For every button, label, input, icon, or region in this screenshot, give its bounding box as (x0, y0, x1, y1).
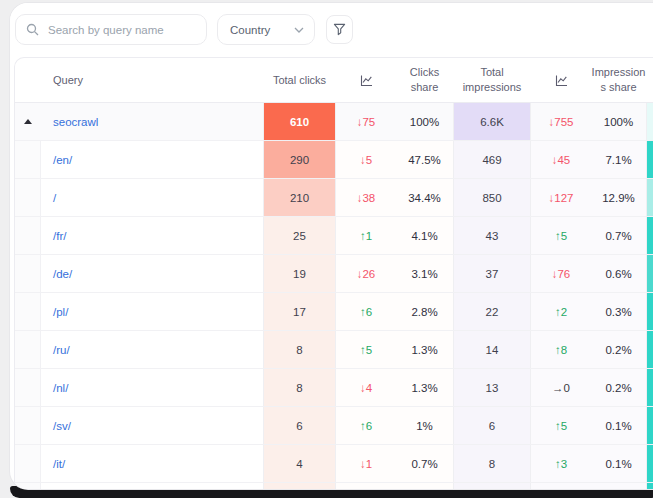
clicks-trend-cell: ↓38 (336, 179, 396, 216)
expander-cell[interactable] (15, 407, 41, 444)
position-heat-cell (646, 407, 653, 444)
query-cell: /en/seo-dashboard/ (41, 483, 263, 489)
query-link[interactable]: / (53, 192, 56, 204)
impressions-share-cell: 12.9% (591, 179, 646, 216)
query-header: Query (41, 58, 263, 102)
total-clicks-header: Total clicks (263, 58, 336, 102)
clicks-share-cell: 1.3% (396, 369, 453, 406)
clicks-share-cell: 34.4% (396, 179, 453, 216)
query-link[interactable]: /en/ (53, 154, 72, 166)
position-heat-cell (646, 369, 653, 406)
table-row: /en/seo-dashboard/ 3 ↓4 0.5% 454 ↑7 6.9% (15, 483, 653, 489)
clicks-trend-cell: ↓4 (336, 369, 396, 406)
total-impressions-cell: 850 (453, 179, 531, 216)
collapse-arrow-icon[interactable] (24, 119, 32, 124)
expander-header-cell (15, 58, 41, 102)
total-clicks-cell: 610 (263, 103, 336, 140)
queries-table: Query Total clicks Clicks share Total im… (14, 57, 653, 489)
impressions-share-cell: 0.2% (591, 369, 646, 406)
total-impressions-cell: 6 (453, 407, 531, 444)
table-row: /fr/ 25 ↑1 4.1% 43 ↑5 0.7% (15, 217, 653, 255)
query-link[interactable]: seocrawl (53, 116, 98, 128)
impressions-trend-cell: ↑8 (531, 331, 591, 368)
query-cell: /fr/ (41, 217, 263, 254)
expander-cell[interactable] (15, 141, 41, 178)
impressions-share-header: Impression s share (591, 58, 646, 102)
chevron-down-icon (294, 27, 304, 33)
position-heat-cell (646, 255, 653, 292)
query-link[interactable]: /pl/ (53, 306, 68, 318)
expander-cell[interactable] (15, 255, 41, 292)
search-box[interactable] (15, 14, 207, 45)
impressions-share-cell: 0.7% (591, 217, 646, 254)
impressions-trend-cell: ↓76 (531, 255, 591, 292)
query-cell: /nl/ (41, 369, 263, 406)
query-link[interactable]: /nl/ (53, 382, 68, 394)
query-link[interactable]: /it/ (53, 458, 65, 470)
filter-button[interactable] (326, 15, 353, 44)
clicks-share-cell: 47.5% (396, 141, 453, 178)
total-impressions-cell: 454 (453, 483, 531, 489)
country-select[interactable]: Country (217, 14, 315, 45)
clicks-trend-cell: ↑1 (336, 217, 396, 254)
impressions-share-cell: 0.2% (591, 331, 646, 368)
total-impressions-cell: 13 (453, 369, 531, 406)
query-link[interactable]: /ru/ (53, 344, 70, 356)
position-heat-cell (646, 445, 653, 482)
search-input[interactable] (46, 23, 196, 37)
query-link[interactable]: /sv/ (53, 420, 71, 432)
query-cell: /sv/ (41, 407, 263, 444)
table-row: /it/ 4 ↓1 0.7% 8 ↑3 0.1% (15, 445, 653, 483)
impressions-trend-cell: ↑5 (531, 407, 591, 444)
clicks-trend-chart-icon (336, 58, 396, 102)
impressions-trend-chart-icon (531, 58, 591, 102)
total-clicks-cell: 17 (263, 293, 336, 330)
expander-cell[interactable] (15, 331, 41, 368)
query-cell: /en/ (41, 141, 263, 178)
total-clicks-cell: 4 (263, 445, 336, 482)
total-impressions-cell: 22 (453, 293, 531, 330)
position-heat-cell (646, 483, 653, 489)
table-row: /en/ 290 ↓5 47.5% 469 ↓45 7.1% (15, 141, 653, 179)
position-heat-cell (646, 141, 653, 178)
expander-cell[interactable] (15, 103, 41, 140)
total-impressions-cell: 8 (453, 445, 531, 482)
table-row: seocrawl 610 ↓75 100% 6.6K ↓755 100% (15, 103, 653, 141)
query-cell: /it/ (41, 445, 263, 482)
table-row: / 210 ↓38 34.4% 850 ↓127 12.9% (15, 179, 653, 217)
query-cell: /pl/ (41, 293, 263, 330)
expander-cell[interactable] (15, 293, 41, 330)
country-select-label: Country (230, 24, 270, 36)
clicks-share-cell: 2.8% (396, 293, 453, 330)
query-link[interactable]: /de/ (53, 268, 72, 280)
impressions-share-cell: 7.1% (591, 141, 646, 178)
impressions-share-cell: 0.1% (591, 445, 646, 482)
impressions-trend-cell: ↓127 (531, 179, 591, 216)
total-clicks-cell: 25 (263, 217, 336, 254)
impressions-share-cell: 6.9% (591, 483, 646, 489)
clicks-share-cell: 0.5% (396, 483, 453, 489)
total-clicks-cell: 8 (263, 331, 336, 368)
table-row: /ru/ 8 ↑5 1.3% 14 ↑8 0.2% (15, 331, 653, 369)
clicks-share-cell: 3.1% (396, 255, 453, 292)
total-clicks-cell: 8 (263, 369, 336, 406)
expander-cell[interactable] (15, 217, 41, 254)
clicks-trend-cell: ↓4 (336, 483, 396, 489)
total-clicks-cell: 3 (263, 483, 336, 489)
search-icon (26, 23, 39, 36)
clicks-share-cell: 1% (396, 407, 453, 444)
table-row: /de/ 19 ↓26 3.1% 37 ↓76 0.6% (15, 255, 653, 293)
clicks-share-cell: 4.1% (396, 217, 453, 254)
clicks-trend-cell: ↓1 (336, 445, 396, 482)
impressions-trend-cell: →0 (531, 369, 591, 406)
position-heat-cell (646, 103, 653, 140)
expander-cell[interactable] (15, 445, 41, 482)
query-cell: /ru/ (41, 331, 263, 368)
query-link[interactable]: /fr/ (53, 230, 66, 242)
query-cell: / (41, 179, 263, 216)
expander-cell[interactable] (15, 369, 41, 406)
table-row: /nl/ 8 ↓4 1.3% 13 →0 0.2% (15, 369, 653, 407)
expander-cell[interactable] (15, 179, 41, 216)
total-clicks-cell: 19 (263, 255, 336, 292)
impressions-trend-cell: ↓45 (531, 141, 591, 178)
